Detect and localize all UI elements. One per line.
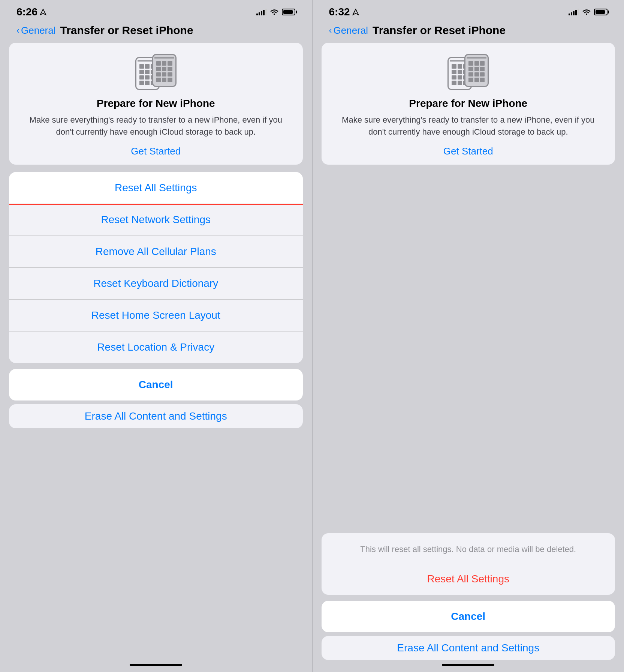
location-icon-right: [352, 9, 359, 15]
time-text-left: 6:26: [16, 6, 37, 18]
cancel-button-left[interactable]: Cancel: [9, 369, 303, 400]
reset-network-settings-label: Reset Network Settings: [101, 214, 211, 226]
get-started-button-right[interactable]: Get Started: [443, 146, 493, 157]
battery-icon-left: [282, 9, 295, 15]
reset-home-screen-item[interactable]: Reset Home Screen Layout: [9, 300, 303, 332]
status-bar-right: 6:32: [320, 0, 617, 20]
nav-header-left: ‹ General Transfer or Reset iPhone: [7, 20, 304, 43]
reset-keyboard-dictionary-label: Reset Keyboard Dictionary: [93, 278, 218, 290]
prepare-desc-left: Make sure everything's ready to transfer…: [20, 114, 292, 138]
prepare-title-right: Prepare for New iPhone: [409, 98, 527, 110]
confirm-description: This will reset all settings. No data or…: [322, 533, 615, 555]
reset-network-settings-item[interactable]: Reset Network Settings: [9, 204, 303, 236]
svg-point-3: [586, 14, 587, 15]
wifi-icon-left: [270, 9, 279, 15]
erase-partial-label-left: Erase All Content and Settings: [85, 410, 227, 422]
status-icons-right: [569, 9, 608, 15]
signal-icon-right: [569, 9, 579, 15]
svg-point-1: [274, 14, 275, 15]
home-indicator-right: [320, 660, 617, 672]
time-right: 6:32: [329, 6, 359, 18]
signal-icon-left: [256, 9, 267, 15]
cancel-button-right[interactable]: Cancel: [322, 601, 615, 632]
erase-partial-right[interactable]: Erase All Content and Settings: [322, 636, 615, 660]
nav-title-left: Transfer or Reset iPhone: [60, 24, 193, 37]
reset-location-privacy-label: Reset Location & Privacy: [97, 341, 214, 353]
location-icon-left: [40, 9, 46, 15]
chevron-icon-left: ‹: [16, 25, 19, 36]
status-icons-left: [256, 9, 295, 15]
reset-keyboard-dictionary-item[interactable]: Reset Keyboard Dictionary: [9, 268, 303, 300]
svg-marker-2: [353, 9, 358, 15]
reset-options-list-left: Reset All Settings Reset Network Setting…: [9, 172, 303, 363]
time-left: 6:26: [16, 6, 46, 18]
confirm-reset-label: Reset All Settings: [427, 573, 509, 585]
back-label-right: General: [334, 25, 368, 36]
reset-home-screen-label: Reset Home Screen Layout: [91, 309, 220, 321]
reset-location-privacy-item[interactable]: Reset Location & Privacy: [9, 332, 303, 363]
home-bar-left: [130, 664, 182, 666]
prepare-title-left: Prepare for New iPhone: [97, 98, 215, 110]
left-panel: 6:26 ‹: [0, 0, 312, 672]
phone-transfer-icon-left: [135, 54, 177, 92]
wifi-icon-right: [582, 9, 591, 15]
home-bar-right: [442, 664, 494, 666]
remove-cellular-plans-label: Remove All Cellular Plans: [96, 246, 216, 258]
erase-partial-left[interactable]: Erase All Content and Settings: [9, 404, 303, 428]
cancel-label-left: Cancel: [139, 379, 173, 391]
right-panel: 6:32 ‹ Gener: [313, 0, 624, 672]
prepare-desc-right: Make sure everything's ready to transfer…: [333, 114, 604, 138]
get-started-button-left[interactable]: Get Started: [131, 146, 181, 157]
prepare-card-left: Prepare for New iPhone Make sure everyth…: [9, 43, 303, 165]
back-button-left[interactable]: ‹ General: [16, 25, 56, 36]
confirm-reset-button[interactable]: Reset All Settings: [322, 563, 615, 595]
erase-partial-label-right: Erase All Content and Settings: [397, 642, 539, 654]
phone-transfer-icon-right: [447, 54, 489, 92]
confirmation-card: This will reset all settings. No data or…: [322, 533, 615, 595]
nav-header-right: ‹ General Transfer or Reset iPhone: [320, 20, 617, 43]
home-indicator-left: [7, 660, 304, 672]
nav-title-right: Transfer or Reset iPhone: [373, 24, 506, 37]
prepare-card-right: Prepare for New iPhone Make sure everyth…: [322, 43, 615, 165]
chevron-icon-right: ‹: [329, 25, 332, 36]
reset-all-settings-item[interactable]: Reset All Settings: [9, 172, 303, 204]
spacer-right: [320, 172, 617, 533]
battery-icon-right: [594, 9, 608, 15]
back-button-right[interactable]: ‹ General: [329, 25, 368, 36]
status-bar-left: 6:26: [7, 0, 304, 20]
time-text-right: 6:32: [329, 6, 350, 18]
svg-marker-0: [40, 9, 46, 15]
back-label-left: General: [21, 25, 56, 36]
remove-cellular-plans-item[interactable]: Remove All Cellular Plans: [9, 236, 303, 268]
cancel-label-right: Cancel: [451, 610, 485, 622]
reset-all-settings-label: Reset All Settings: [115, 182, 197, 194]
